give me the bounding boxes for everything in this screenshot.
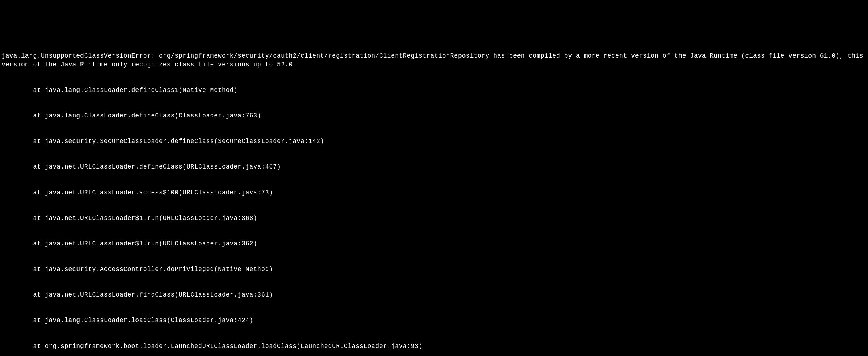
terminal-output[interactable]: java.lang.UnsupportedClassVersionError: … xyxy=(1,35,867,356)
stack-frame: at java.net.URLClassLoader.access$100(UR… xyxy=(1,189,867,197)
stack-frame: at java.net.URLClassLoader.findClass(URL… xyxy=(1,291,867,299)
stack-frame: at java.net.URLClassLoader$1.run(URLClas… xyxy=(1,240,867,248)
stack-frame: at java.security.SecureClassLoader.defin… xyxy=(1,137,867,146)
stack-frame: at org.springframework.boot.loader.Launc… xyxy=(1,342,867,351)
stack-frame: at java.net.URLClassLoader.defineClass(U… xyxy=(1,163,867,171)
stack-frame: at java.lang.ClassLoader.loadClass(Class… xyxy=(1,316,867,325)
stack-frame: at java.net.URLClassLoader$1.run(URLClas… xyxy=(1,214,867,222)
stack-frame: at java.lang.ClassLoader.defineClass(Cla… xyxy=(1,112,867,120)
stack-frame: at java.lang.ClassLoader.defineClass1(Na… xyxy=(1,86,867,94)
stack-frame: at java.security.AccessController.doPriv… xyxy=(1,265,867,274)
error-message: java.lang.UnsupportedClassVersionError: … xyxy=(1,52,867,69)
